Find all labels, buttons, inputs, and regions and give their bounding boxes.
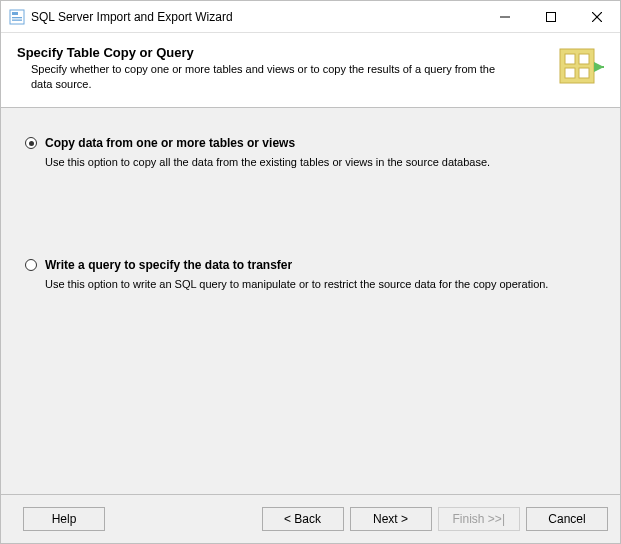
finish-button: Finish >>| [438, 507, 520, 531]
minimize-button[interactable] [482, 1, 528, 32]
svg-rect-1 [12, 12, 18, 15]
titlebar: SQL Server Import and Export Wizard [1, 1, 620, 33]
next-button[interactable]: Next > [350, 507, 432, 531]
option-description: Use this option to write an SQL query to… [25, 277, 596, 292]
svg-rect-12 [579, 68, 589, 78]
close-button[interactable] [574, 1, 620, 32]
radio-icon [25, 137, 37, 149]
wizard-header: Specify Table Copy or Query Specify whet… [1, 33, 620, 108]
svg-rect-10 [579, 54, 589, 64]
svg-rect-3 [12, 19, 22, 20]
help-button[interactable]: Help [23, 507, 105, 531]
page-title: Specify Table Copy or Query [17, 45, 548, 60]
wizard-window: SQL Server Import and Export Wizard Spec… [0, 0, 621, 544]
wizard-body: Copy data from one or more tables or vie… [1, 108, 620, 494]
option-label: Write a query to specify the data to tra… [45, 258, 292, 272]
cancel-button[interactable]: Cancel [526, 507, 608, 531]
option-write-query: Write a query to specify the data to tra… [25, 258, 596, 292]
wizard-footer: Help < Back Next > Finish >>| Cancel [1, 494, 620, 543]
window-controls [482, 1, 620, 32]
page-subtitle: Specify whether to copy one or more tabl… [17, 62, 517, 92]
svg-rect-11 [565, 68, 575, 78]
app-icon [9, 9, 25, 25]
option-description: Use this option to copy all the data fro… [25, 155, 596, 170]
wizard-icon [556, 45, 604, 93]
header-text-block: Specify Table Copy or Query Specify whet… [17, 45, 548, 92]
option-label: Copy data from one or more tables or vie… [45, 136, 295, 150]
svg-rect-5 [547, 12, 556, 21]
svg-rect-9 [565, 54, 575, 64]
maximize-button[interactable] [528, 1, 574, 32]
radio-icon [25, 259, 37, 271]
back-button[interactable]: < Back [262, 507, 344, 531]
option-copy-data: Copy data from one or more tables or vie… [25, 136, 596, 170]
radio-write-query[interactable]: Write a query to specify the data to tra… [25, 258, 596, 272]
window-title: SQL Server Import and Export Wizard [31, 10, 482, 24]
radio-copy-data[interactable]: Copy data from one or more tables or vie… [25, 136, 596, 150]
svg-rect-2 [12, 17, 22, 18]
